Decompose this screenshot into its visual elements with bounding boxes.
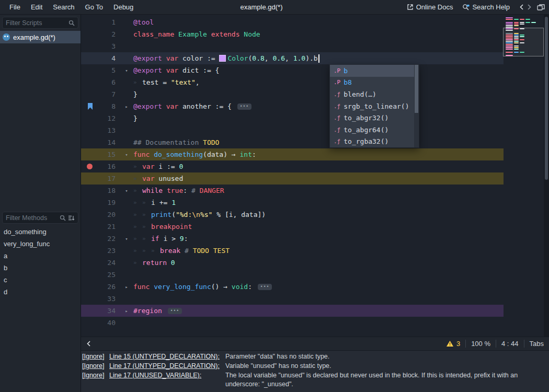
code-line[interactable]: 16»var i := 0 — [81, 160, 504, 172]
autocomplete-scroll-thumb[interactable] — [415, 65, 418, 113]
vertical-scrollbar[interactable] — [544, 15, 549, 337]
menu-item[interactable]: File — [4, 2, 26, 13]
code-line[interactable]: 18▾»while true: # DANGER — [81, 185, 504, 197]
code-line[interactable]: 14## Documentation TODO — [81, 136, 504, 148]
code-line[interactable]: 21»»breakpoint — [81, 221, 504, 233]
folded-code-ellipsis[interactable]: ••• — [168, 308, 182, 314]
toggle-bottom-panel-icon[interactable] — [86, 340, 91, 347]
method-item[interactable]: b — [0, 262, 81, 274]
code-line[interactable]: 34▸#region ••• — [81, 305, 504, 317]
line-gutter-marks[interactable] — [81, 164, 94, 169]
fold-collapsed-icon[interactable]: ▸ — [120, 104, 133, 109]
property-icon: .P — [334, 67, 340, 74]
filter-scripts-input[interactable] — [6, 19, 66, 27]
online-docs-button[interactable]: Online Docs — [405, 2, 455, 12]
filter-methods-input[interactable] — [6, 214, 58, 222]
search-help-label: Search Help — [472, 3, 510, 11]
warning-line-link[interactable]: Line 17 (UNUSED_VARIABLE): — [109, 371, 225, 380]
folded-code-ellipsis[interactable]: ••• — [258, 284, 272, 290]
autocomplete-item[interactable]: .Pb — [330, 65, 419, 77]
code-text: #region ••• — [133, 307, 182, 315]
code-line[interactable]: 22▾»»if i > 9: — [81, 233, 504, 245]
code-line[interactable]: 24»return 0 — [81, 257, 504, 269]
method-item[interactable]: very_long_func — [0, 238, 81, 250]
folded-code-ellipsis[interactable]: ••• — [237, 103, 251, 110]
tab-indent-marker: » — [142, 235, 151, 242]
menu-item[interactable]: Edit — [26, 2, 48, 13]
code-line[interactable]: 3 — [81, 40, 504, 52]
line-number: 12 — [94, 114, 120, 122]
code-editor[interactable]: 1@tool2class_name Example extends Node34… — [81, 15, 549, 337]
menu-item[interactable]: Debug — [108, 2, 139, 13]
method-item[interactable]: c — [0, 274, 81, 286]
code-line[interactable]: 17»var unused — [81, 172, 504, 185]
breakpoint-icon[interactable] — [87, 164, 93, 169]
warning-line-link[interactable]: Line 17 (UNTYPED_DECLARATION): — [109, 362, 225, 371]
code-line[interactable]: 4@export var color := Color(0.8, 0.6, 1.… — [81, 52, 504, 64]
method-icon: .ƒ — [334, 126, 340, 133]
autocomplete-item[interactable]: .ƒto_abgr32() — [330, 112, 419, 124]
method-item[interactable]: a — [0, 250, 81, 262]
fold-expanded-icon[interactable]: ▾ — [120, 188, 133, 193]
autocomplete-item[interactable]: .ƒto_abgr64() — [330, 124, 419, 136]
menu-item[interactable]: Search — [48, 2, 79, 13]
code-line[interactable]: 12} — [81, 112, 504, 124]
caret-position: 4 : 44 — [501, 340, 519, 348]
line-number: 16 — [94, 163, 120, 170]
line-gutter-marks[interactable] — [81, 103, 94, 110]
history-forward-icon[interactable] — [527, 4, 532, 10]
indent-mode[interactable]: Tabs — [530, 340, 544, 348]
autocomplete-item[interactable]: .ƒsrgb_to_linear() — [330, 100, 419, 112]
code-line[interactable]: 40 — [81, 317, 504, 329]
history-nav — [519, 4, 532, 10]
fold-collapsed-icon[interactable]: ▸ — [120, 308, 133, 314]
history-back-icon[interactable] — [519, 4, 524, 10]
fold-expanded-icon[interactable]: ▾ — [120, 68, 133, 73]
autocomplete-scrollbar[interactable] — [414, 65, 419, 147]
code-text: } — [133, 90, 138, 98]
minimap[interactable] — [503, 15, 544, 337]
warning-count-button[interactable]: 3 — [446, 340, 460, 348]
fold-collapsed-icon[interactable]: ▸ — [120, 284, 133, 290]
ignore-link[interactable]: [Ignore] — [82, 362, 109, 371]
code-line[interactable]: 13 — [81, 124, 504, 136]
autocomplete-item[interactable]: .Pb8 — [330, 77, 419, 89]
minimap-viewport[interactable] — [503, 28, 544, 56]
code-line[interactable]: 5▾@export var dict := { — [81, 64, 504, 76]
code-line[interactable]: 25 — [81, 269, 504, 281]
code-line[interactable]: 6»test = "text", — [81, 76, 504, 88]
ignore-link[interactable]: [Ignore] — [82, 371, 109, 380]
search-icon — [68, 20, 75, 26]
menu-item[interactable]: Go To — [80, 2, 108, 13]
code-text: »test = "text", — [133, 78, 200, 86]
code-line[interactable]: 2class_name Example extends Node — [81, 28, 504, 40]
code-line[interactable]: 19»»i += 1 — [81, 197, 504, 209]
scrollbar-thumb[interactable] — [545, 17, 548, 180]
script-item[interactable]: example.gd(*) — [0, 31, 81, 43]
code-line[interactable]: 1@tool — [81, 16, 504, 28]
autocomplete-item[interactable]: .ƒblend(…) — [330, 88, 419, 100]
method-item[interactable]: d — [0, 286, 81, 298]
code-line[interactable]: 26▸func very_long_func() → void: ••• — [81, 281, 504, 293]
autocomplete-item[interactable]: .ƒto_rgba32() — [330, 136, 419, 148]
zoom-level[interactable]: 100 % — [471, 340, 490, 348]
method-item[interactable]: do_something — [0, 226, 81, 238]
fold-expanded-icon[interactable]: ▾ — [120, 236, 133, 241]
float-script-editor-icon[interactable] — [537, 4, 545, 11]
code-line[interactable]: 33 — [81, 293, 504, 305]
tab-indent-marker: » — [142, 211, 151, 218]
color-swatch[interactable] — [219, 55, 226, 62]
separator — [465, 340, 466, 348]
filter-scripts-box — [2, 17, 78, 29]
tab-indent-marker: » — [133, 223, 142, 230]
search-help-button[interactable]: Search Help — [460, 2, 512, 12]
sort-methods-icon[interactable] — [68, 215, 75, 221]
ignore-link[interactable]: [Ignore] — [82, 352, 109, 361]
warning-line-link[interactable]: Line 15 (UNTYPED_DECLARATION): — [109, 352, 225, 361]
code-line[interactable]: 8▸@export var another := { ••• — [81, 100, 504, 112]
code-line[interactable]: 23»»»break # TODO TEST — [81, 245, 504, 257]
fold-expanded-icon[interactable]: ▾ — [120, 152, 133, 157]
code-line[interactable]: 7} — [81, 88, 504, 100]
code-line[interactable]: 15▾func do_something(data) → int: — [81, 148, 504, 160]
code-line[interactable]: 20»»print("%d:\n%s" % [i, data]) — [81, 209, 504, 221]
